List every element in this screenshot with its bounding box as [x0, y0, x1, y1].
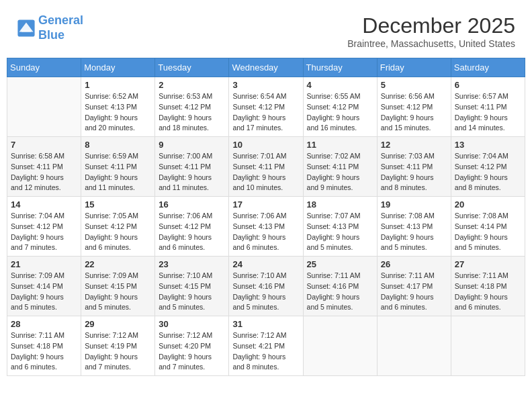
day-number: 23: [159, 259, 225, 269]
day-info: Sunrise: 7:01 AMSunset: 4:11 PMDaylight:…: [232, 151, 299, 193]
calendar-day-cell: 23Sunrise: 7:10 AMSunset: 4:15 PMDayligh…: [155, 257, 229, 316]
day-info: Sunrise: 7:11 AMSunset: 4:16 PMDaylight:…: [307, 271, 373, 313]
day-info: Sunrise: 6:54 AMSunset: 4:12 PMDaylight:…: [232, 91, 299, 134]
calendar-week-row: 14Sunrise: 7:04 AMSunset: 4:12 PMDayligh…: [7, 197, 525, 257]
calendar-day-cell: 6Sunrise: 6:57 AMSunset: 4:11 PMDaylight…: [451, 77, 525, 137]
day-info: Sunrise: 7:06 AMSunset: 4:13 PMDaylight:…: [232, 211, 299, 253]
calendar-week-row: 7Sunrise: 6:58 AMSunset: 4:11 PMDaylight…: [7, 137, 525, 197]
day-info: Sunrise: 7:08 AMSunset: 4:13 PMDaylight:…: [381, 211, 447, 253]
day-info: Sunrise: 6:59 AMSunset: 4:11 PMDaylight:…: [85, 151, 151, 193]
calendar-day-cell: [303, 316, 377, 376]
day-info: Sunrise: 7:06 AMSunset: 4:12 PMDaylight:…: [159, 211, 225, 253]
calendar-day-cell: 27Sunrise: 7:11 AMSunset: 4:18 PMDayligh…: [451, 257, 525, 316]
day-number: 20: [455, 199, 521, 210]
day-number: 5: [381, 80, 447, 90]
day-number: 13: [455, 140, 521, 150]
day-info: Sunrise: 6:58 AMSunset: 4:11 PMDaylight:…: [11, 151, 77, 193]
calendar-day-cell: 22Sunrise: 7:09 AMSunset: 4:15 PMDayligh…: [81, 257, 155, 316]
logo-text: General Blue: [38, 13, 83, 42]
calendar-header-row: SundayMondayTuesdayWednesdayThursdayFrid…: [7, 58, 525, 77]
calendar-day-cell: 12Sunrise: 7:03 AMSunset: 4:11 PMDayligh…: [377, 137, 451, 197]
day-number: 11: [307, 140, 373, 150]
day-info: Sunrise: 6:55 AMSunset: 4:12 PMDaylight:…: [307, 91, 373, 134]
day-info: Sunrise: 6:57 AMSunset: 4:11 PMDaylight:…: [455, 91, 521, 134]
calendar-day-cell: 4Sunrise: 6:55 AMSunset: 4:12 PMDaylight…: [303, 77, 377, 137]
calendar-day-cell: [377, 316, 451, 376]
calendar-week-row: 28Sunrise: 7:11 AMSunset: 4:18 PMDayligh…: [7, 316, 525, 376]
calendar-day-cell: 13Sunrise: 7:04 AMSunset: 4:12 PMDayligh…: [451, 137, 525, 197]
calendar-day-cell: 8Sunrise: 6:59 AMSunset: 4:11 PMDaylight…: [81, 137, 155, 197]
day-info: Sunrise: 6:53 AMSunset: 4:12 PMDaylight:…: [159, 91, 225, 134]
day-info: Sunrise: 7:04 AMSunset: 4:12 PMDaylight:…: [455, 151, 521, 193]
calendar-day-cell: 14Sunrise: 7:04 AMSunset: 4:12 PMDayligh…: [7, 197, 81, 257]
day-info: Sunrise: 7:11 AMSunset: 4:18 PMDaylight:…: [11, 330, 77, 373]
calendar-week-row: 21Sunrise: 7:09 AMSunset: 4:14 PMDayligh…: [7, 257, 525, 316]
header-cell-sunday: Sunday: [7, 58, 81, 77]
logo-icon: [17, 19, 36, 38]
header-cell-tuesday: Tuesday: [155, 58, 229, 77]
day-number: 15: [85, 199, 151, 210]
day-number: 16: [159, 199, 225, 210]
header-cell-saturday: Saturday: [451, 58, 525, 77]
day-info: Sunrise: 7:03 AMSunset: 4:11 PMDaylight:…: [381, 151, 447, 193]
day-number: 3: [232, 80, 299, 90]
day-info: Sunrise: 7:04 AMSunset: 4:12 PMDaylight:…: [11, 211, 77, 253]
day-info: Sunrise: 7:02 AMSunset: 4:11 PMDaylight:…: [307, 151, 373, 193]
day-number: 19: [381, 199, 447, 210]
day-info: Sunrise: 7:10 AMSunset: 4:16 PMDaylight:…: [232, 271, 299, 313]
day-number: 30: [159, 319, 225, 329]
day-number: 18: [307, 199, 373, 210]
day-info: Sunrise: 7:05 AMSunset: 4:12 PMDaylight:…: [85, 211, 151, 253]
day-number: 17: [232, 199, 299, 210]
day-number: 1: [85, 80, 151, 90]
day-number: 12: [381, 140, 447, 150]
day-info: Sunrise: 6:52 AMSunset: 4:13 PMDaylight:…: [85, 91, 151, 134]
calendar-day-cell: 3Sunrise: 6:54 AMSunset: 4:12 PMDaylight…: [229, 77, 303, 137]
day-info: Sunrise: 7:07 AMSunset: 4:13 PMDaylight:…: [307, 211, 373, 253]
logo-line1: General: [38, 13, 83, 27]
header-cell-thursday: Thursday: [303, 58, 377, 77]
calendar-day-cell: 25Sunrise: 7:11 AMSunset: 4:16 PMDayligh…: [303, 257, 377, 316]
day-number: 10: [232, 140, 299, 150]
month-title: December 2025: [347, 13, 515, 38]
day-info: Sunrise: 7:00 AMSunset: 4:11 PMDaylight:…: [159, 151, 225, 193]
calendar-day-cell: 21Sunrise: 7:09 AMSunset: 4:14 PMDayligh…: [7, 257, 81, 316]
calendar-day-cell: 24Sunrise: 7:10 AMSunset: 4:16 PMDayligh…: [229, 257, 303, 316]
day-info: Sunrise: 7:09 AMSunset: 4:14 PMDaylight:…: [11, 271, 77, 313]
day-number: 4: [307, 80, 373, 90]
calendar-day-cell: 17Sunrise: 7:06 AMSunset: 4:13 PMDayligh…: [229, 197, 303, 257]
calendar-day-cell: 16Sunrise: 7:06 AMSunset: 4:12 PMDayligh…: [155, 197, 229, 257]
day-number: 31: [232, 319, 299, 329]
day-number: 26: [381, 259, 447, 269]
title-block: December 2025 Braintree, Massachusetts, …: [347, 13, 515, 49]
day-number: 25: [307, 259, 373, 269]
header-cell-monday: Monday: [81, 58, 155, 77]
day-number: 22: [85, 259, 151, 269]
calendar-day-cell: 10Sunrise: 7:01 AMSunset: 4:11 PMDayligh…: [229, 137, 303, 197]
calendar-day-cell: 7Sunrise: 6:58 AMSunset: 4:11 PMDaylight…: [7, 137, 81, 197]
day-number: 6: [455, 80, 521, 90]
location: Braintree, Massachusetts, United States: [347, 38, 515, 49]
day-info: Sunrise: 7:11 AMSunset: 4:17 PMDaylight:…: [381, 271, 447, 313]
day-number: 24: [232, 259, 299, 269]
calendar-day-cell: 11Sunrise: 7:02 AMSunset: 4:11 PMDayligh…: [303, 137, 377, 197]
calendar-week-row: 1Sunrise: 6:52 AMSunset: 4:13 PMDaylight…: [7, 77, 525, 137]
day-info: Sunrise: 7:11 AMSunset: 4:18 PMDaylight:…: [455, 271, 521, 313]
day-number: 29: [85, 319, 151, 329]
calendar-table: SundayMondayTuesdayWednesdayThursdayFrid…: [7, 58, 525, 376]
calendar-day-cell: 1Sunrise: 6:52 AMSunset: 4:13 PMDaylight…: [81, 77, 155, 137]
svg-rect-2: [21, 30, 31, 32]
calendar-day-cell: 29Sunrise: 7:12 AMSunset: 4:19 PMDayligh…: [81, 316, 155, 376]
calendar-day-cell: 18Sunrise: 7:07 AMSunset: 4:13 PMDayligh…: [303, 197, 377, 257]
day-number: 7: [11, 140, 77, 150]
day-info: Sunrise: 7:09 AMSunset: 4:15 PMDaylight:…: [85, 271, 151, 313]
day-info: Sunrise: 6:56 AMSunset: 4:12 PMDaylight:…: [381, 91, 447, 134]
calendar-day-cell: [7, 77, 81, 137]
calendar-day-cell: 28Sunrise: 7:11 AMSunset: 4:18 PMDayligh…: [7, 316, 81, 376]
day-info: Sunrise: 7:12 AMSunset: 4:21 PMDaylight:…: [232, 330, 299, 373]
day-number: 8: [85, 140, 151, 150]
calendar-day-cell: 19Sunrise: 7:08 AMSunset: 4:13 PMDayligh…: [377, 197, 451, 257]
header-cell-friday: Friday: [377, 58, 451, 77]
calendar-day-cell: 5Sunrise: 6:56 AMSunset: 4:12 PMDaylight…: [377, 77, 451, 137]
calendar-day-cell: 15Sunrise: 7:05 AMSunset: 4:12 PMDayligh…: [81, 197, 155, 257]
